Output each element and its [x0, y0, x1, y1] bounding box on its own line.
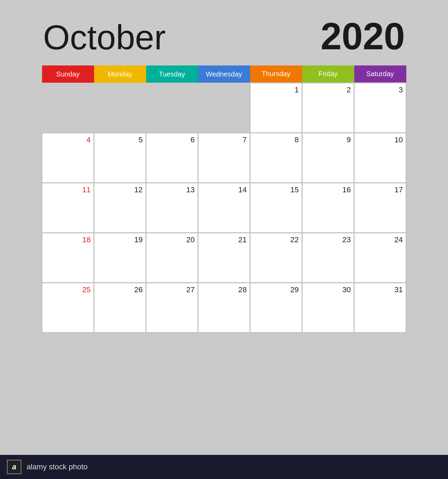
day-cell-1-2: 6 [146, 133, 198, 183]
alamy-logo: a [7, 460, 21, 474]
day-cell-4-3: 28 [198, 283, 250, 333]
header-saturday: Saturday [354, 65, 406, 83]
day-number-1: 1 [251, 85, 299, 94]
day-number-10: 10 [355, 135, 403, 144]
day-number-22: 22 [251, 235, 299, 244]
day-number-14: 14 [198, 185, 247, 194]
day-number-23: 23 [303, 235, 351, 244]
day-number-26: 26 [94, 285, 143, 294]
day-cell-2-0: 11 [42, 183, 94, 233]
day-number-6: 6 [146, 135, 195, 144]
day-number-19: 19 [94, 235, 143, 244]
header-tuesday: Tuesday [146, 65, 198, 83]
day-cell-3-1: 19 [94, 233, 146, 283]
day-cell-1-4: 8 [250, 133, 302, 183]
day-number-21: 21 [198, 235, 247, 244]
day-number-24: 24 [355, 235, 403, 244]
day-cell-2-1: 12 [94, 183, 146, 233]
week-row-4: 18192021222324 [42, 233, 406, 283]
day-number-8: 8 [251, 135, 299, 144]
day-cell-1-0: 4 [42, 133, 94, 183]
header-monday: Monday [94, 65, 146, 83]
alamy-brand-text: alamy stock photo [27, 462, 88, 471]
day-cell-4-2: 27 [146, 283, 198, 333]
day-cell-2-5: 16 [302, 183, 354, 233]
day-number-12: 12 [94, 185, 143, 194]
day-number-16: 16 [303, 185, 351, 194]
day-number-25: 25 [42, 285, 91, 294]
day-number-5: 5 [94, 135, 143, 144]
alamy-logo-letter: a [12, 462, 16, 471]
day-number-3: 3 [355, 85, 403, 94]
month-title: October [43, 20, 166, 54]
day-number-20: 20 [146, 235, 195, 244]
week-row-1: 123 [42, 83, 406, 133]
day-cell-3-0: 18 [42, 233, 94, 283]
day-cell-3-4: 22 [250, 233, 302, 283]
day-cell-1-3: 7 [198, 133, 250, 183]
day-cell-4-0: 25 [42, 283, 94, 333]
day-cell-0-1 [94, 83, 146, 133]
day-cell-4-6: 31 [354, 283, 406, 333]
day-number-29: 29 [251, 285, 299, 294]
day-cell-2-3: 14 [198, 183, 250, 233]
week-row-3: 11121314151617 [42, 183, 406, 233]
day-cell-0-3 [198, 83, 250, 133]
day-cell-1-1: 5 [94, 133, 146, 183]
day-cell-4-5: 30 [302, 283, 354, 333]
day-cell-4-1: 26 [94, 283, 146, 333]
day-cell-0-4: 1 [250, 83, 302, 133]
day-cell-2-6: 17 [354, 183, 406, 233]
day-cell-1-5: 9 [302, 133, 354, 183]
day-cell-0-2 [146, 83, 198, 133]
day-number-7: 7 [198, 135, 247, 144]
day-cell-0-0 [42, 83, 94, 133]
day-cell-3-5: 23 [302, 233, 354, 283]
day-number-9: 9 [303, 135, 351, 144]
day-number-13: 13 [146, 185, 195, 194]
week-row-5: 25262728293031 [42, 283, 406, 333]
calendar-body: 1234567891011121314151617181920212223242… [42, 83, 406, 333]
header-friday: Friday [302, 65, 354, 83]
day-cell-2-4: 15 [250, 183, 302, 233]
day-cell-0-5: 2 [302, 83, 354, 133]
header-sunday: Sunday [42, 65, 94, 83]
day-cell-3-6: 24 [354, 233, 406, 283]
days-header-row: SundayMondayTuesdayWednesdayThursdayFrid… [42, 65, 406, 83]
day-number-2: 2 [303, 85, 351, 94]
calendar: October 2020 SundayMondayTuesdayWednesda… [41, 17, 407, 333]
day-number-31: 31 [355, 285, 403, 294]
day-number-27: 27 [146, 285, 195, 294]
day-number-30: 30 [303, 285, 351, 294]
day-cell-3-3: 21 [198, 233, 250, 283]
day-number-15: 15 [251, 185, 299, 194]
day-cell-4-4: 29 [250, 283, 302, 333]
day-number-4: 4 [42, 135, 91, 144]
week-row-2: 45678910 [42, 133, 406, 183]
day-cell-3-2: 20 [146, 233, 198, 283]
day-cell-0-6: 3 [354, 83, 406, 133]
header-thursday: Thursday [250, 65, 302, 83]
bottom-bar: a alamy stock photo [0, 455, 448, 479]
day-number-18: 18 [42, 235, 91, 244]
day-number-11: 11 [42, 185, 91, 194]
day-cell-1-6: 10 [354, 133, 406, 183]
day-number-28: 28 [198, 285, 247, 294]
day-number-17: 17 [355, 185, 403, 194]
header-wednesday: Wednesday [198, 65, 250, 83]
calendar-header: October 2020 [41, 17, 407, 55]
day-cell-2-2: 13 [146, 183, 198, 233]
year-title: 2020 [320, 17, 405, 55]
calendar-grid: SundayMondayTuesdayWednesdayThursdayFrid… [41, 65, 407, 333]
